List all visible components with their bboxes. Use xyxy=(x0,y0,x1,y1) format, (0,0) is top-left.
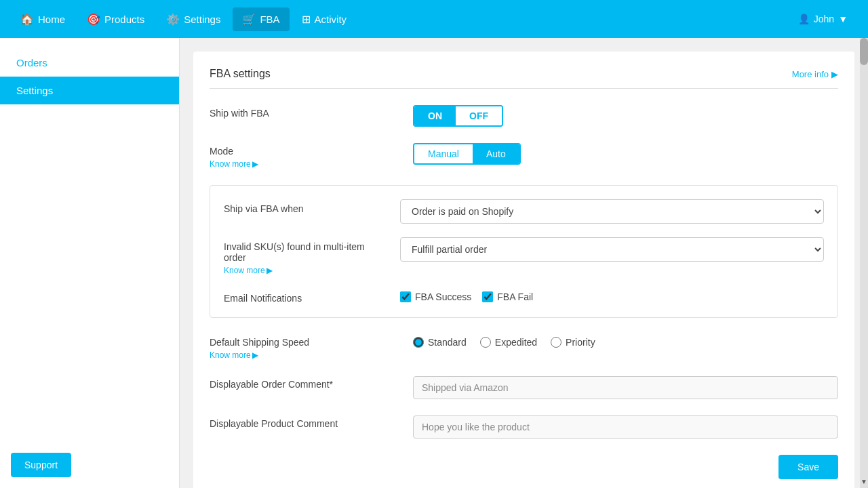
know-more-mode[interactable]: Know more ▶ xyxy=(210,159,399,169)
fba-fail-checkbox[interactable] xyxy=(482,291,493,302)
shipping-speed-control: Standard Expedited Priority xyxy=(413,334,838,348)
navbar: 🏠 Home 🎯 Products ⚙️ Settings 🛒 FBA ⊞ Ac… xyxy=(0,0,868,38)
more-info-link[interactable]: More info ▶ xyxy=(792,69,838,79)
standard-radio[interactable] xyxy=(413,337,424,348)
fba-success-label: FBA Success xyxy=(415,291,471,302)
email-notifications-row: Email Notifications FBA Success FBA Fail xyxy=(224,289,824,304)
nav-products[interactable]: 🎯 Products xyxy=(77,7,154,31)
know-more-shipping[interactable]: Know more ▶ xyxy=(210,350,399,360)
ship-with-fba-control: ON OFF xyxy=(413,105,838,127)
card-header: FBA settings More info ▶ xyxy=(210,68,838,89)
user-menu[interactable]: 👤 John ▼ xyxy=(789,8,857,30)
know-more-shipping-label: Know more xyxy=(210,350,251,360)
product-comment-row: Displayable Product Comment xyxy=(210,415,838,439)
sidebar: Orders Settings xyxy=(0,38,180,488)
chevron-right-icon: ▶ xyxy=(831,69,838,79)
order-comment-label: Displayable Order Comment* xyxy=(210,376,399,390)
chevron-right-small-icon: ▶ xyxy=(252,159,258,169)
email-notifications-control: FBA Success FBA Fail xyxy=(400,289,824,302)
nav-activity-label: Activity xyxy=(315,14,347,25)
user-icon: 👤 xyxy=(798,14,810,24)
product-comment-input[interactable] xyxy=(413,415,838,439)
checkbox-group: FBA Success FBA Fail xyxy=(400,289,824,302)
shipping-speed-label: Default Shipping Speed xyxy=(210,337,309,348)
invalid-sku-label: Invalid SKU(s) found in multi-item order xyxy=(224,241,365,263)
nav-activity[interactable]: ⊞ Activity xyxy=(292,7,357,31)
know-more-sku-label: Know more xyxy=(224,266,265,275)
nav-home-label: Home xyxy=(38,14,65,25)
ship-with-fba-row: Ship with FBA ON OFF xyxy=(210,105,838,127)
fba-icon: 🛒 xyxy=(242,13,256,26)
order-comment-input[interactable] xyxy=(413,376,838,399)
save-row: Save xyxy=(210,455,838,479)
activity-icon: ⊞ xyxy=(302,13,311,26)
invalid-sku-row: Invalid SKU(s) found in multi-item order… xyxy=(224,237,824,275)
expedited-label: Expedited xyxy=(495,337,537,348)
nav-settings-label: Settings xyxy=(184,14,220,25)
nav-fba-label: FBA xyxy=(260,14,279,25)
fba-success-checkbox-item[interactable]: FBA Success xyxy=(400,291,471,302)
mode-label: Mode xyxy=(210,146,233,157)
product-comment-control xyxy=(413,415,838,439)
know-more-mode-label: Know more xyxy=(210,159,251,169)
scrollbar-track: ▼ xyxy=(860,38,868,488)
sidebar-orders-label: Orders xyxy=(16,57,47,68)
more-info-label: More info xyxy=(792,69,829,79)
settings-icon: ⚙️ xyxy=(166,13,180,26)
ship-via-label: Ship via FBA when xyxy=(224,199,387,214)
mode-toggle-group: Manual Auto xyxy=(413,143,521,165)
ship-off-button[interactable]: OFF xyxy=(456,106,502,125)
user-name: John xyxy=(814,14,834,24)
save-button[interactable]: Save xyxy=(778,455,838,479)
shipping-radio-group: Standard Expedited Priority xyxy=(413,334,838,348)
nav-settings[interactable]: ⚙️ Settings xyxy=(157,7,230,31)
mode-manual-button[interactable]: Manual xyxy=(414,144,473,163)
scrollbar-thumb[interactable] xyxy=(860,38,868,65)
know-more-sku[interactable]: Know more ▶ xyxy=(224,266,387,275)
priority-radio[interactable] xyxy=(551,337,561,348)
shipping-speed-row: Default Shipping Speed Know more ▶ Stand… xyxy=(210,334,838,360)
ship-on-button[interactable]: ON xyxy=(414,106,456,125)
standard-radio-item[interactable]: Standard xyxy=(413,337,467,348)
sidebar-item-settings[interactable]: Settings xyxy=(0,77,179,104)
order-comment-control xyxy=(413,376,838,399)
fba-success-checkbox[interactable] xyxy=(400,291,411,302)
nav-items: 🏠 Home 🎯 Products ⚙️ Settings 🛒 FBA ⊞ Ac… xyxy=(11,7,789,31)
priority-label: Priority xyxy=(566,337,595,348)
fulfill-select[interactable]: Fulfill partial order Do not fulfill Can… xyxy=(400,237,824,262)
ship-via-select[interactable]: Order is paid on Shopify Order is fulfil… xyxy=(400,199,824,224)
product-comment-label: Displayable Product Comment xyxy=(210,415,399,429)
priority-radio-item[interactable]: Priority xyxy=(551,337,595,348)
scrollbar-down-arrow[interactable]: ▼ xyxy=(860,474,868,488)
standard-label: Standard xyxy=(428,337,467,348)
mode-row: Mode Know more ▶ Manual Auto xyxy=(210,143,838,169)
expedited-radio-item[interactable]: Expedited xyxy=(480,337,537,348)
sidebar-settings-label: Settings xyxy=(16,85,53,96)
chevron-down-icon: ▼ xyxy=(838,14,848,24)
email-notifications-label: Email Notifications xyxy=(224,289,387,304)
ship-toggle-group: ON OFF xyxy=(413,105,503,127)
main-content: FBA settings More info ▶ Ship with FBA O… xyxy=(180,38,868,488)
mode-auto-button[interactable]: Auto xyxy=(473,144,519,163)
fba-fail-checkbox-item[interactable]: FBA Fail xyxy=(482,291,533,302)
fba-fail-label: FBA Fail xyxy=(497,291,533,302)
home-icon: 🏠 xyxy=(20,13,34,26)
fba-conditions-box: Ship via FBA when Order is paid on Shopi… xyxy=(210,185,838,318)
settings-card: FBA settings More info ▶ Ship with FBA O… xyxy=(193,52,854,488)
nav-fba[interactable]: 🛒 FBA xyxy=(233,7,289,31)
sidebar-item-orders[interactable]: Orders xyxy=(0,49,179,77)
order-comment-row: Displayable Order Comment* xyxy=(210,376,838,399)
nav-home[interactable]: 🏠 Home xyxy=(11,7,75,31)
mode-control: Manual Auto xyxy=(413,143,838,165)
chevron-right-sku-icon: ▶ xyxy=(267,266,273,275)
layout: Orders Settings FBA settings More info ▶… xyxy=(0,38,868,488)
ship-via-row: Ship via FBA when Order is paid on Shopi… xyxy=(224,199,824,224)
expedited-radio[interactable] xyxy=(480,337,491,348)
ship-with-fba-label: Ship with FBA xyxy=(210,105,399,119)
chevron-right-shipping-icon: ▶ xyxy=(252,350,258,360)
nav-products-label: Products xyxy=(104,14,144,25)
support-button[interactable]: Support xyxy=(11,453,71,477)
invalid-sku-control: Fulfill partial order Do not fulfill Can… xyxy=(400,237,824,262)
shipping-speed-label-container: Default Shipping Speed Know more ▶ xyxy=(210,334,399,360)
ship-via-control: Order is paid on Shopify Order is fulfil… xyxy=(400,199,824,224)
